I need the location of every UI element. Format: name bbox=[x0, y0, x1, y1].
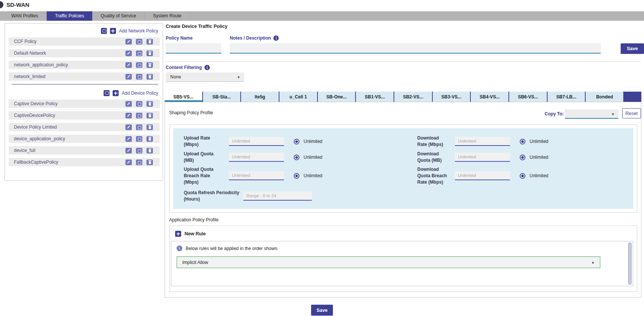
delete-icon[interactable] bbox=[147, 113, 153, 118]
delete-icon[interactable] bbox=[147, 51, 153, 56]
delete-icon[interactable] bbox=[147, 101, 153, 107]
info-icon[interactable] bbox=[204, 65, 210, 70]
network-policy-row[interactable]: Default Network bbox=[9, 49, 160, 57]
rules-scrollbar[interactable] bbox=[628, 242, 632, 285]
app-logo-icon bbox=[0, 1, 3, 8]
plus-icon[interactable] bbox=[113, 90, 119, 96]
copy-icon[interactable] bbox=[136, 148, 142, 153]
iface-tab[interactable]: SB-Sta... bbox=[202, 92, 241, 102]
iface-tab[interactable]: SB2-VS... bbox=[394, 92, 432, 102]
copy-icon[interactable] bbox=[136, 51, 142, 56]
delete-icon[interactable] bbox=[147, 160, 153, 165]
edit-icon[interactable] bbox=[125, 62, 132, 68]
info-icon[interactable] bbox=[273, 35, 279, 41]
duplicate-icon[interactable] bbox=[101, 28, 107, 34]
implicit-allow-rule-select[interactable]: Implicit Allow bbox=[177, 256, 600, 268]
traffic-policy-panel: Shaping Policy Profile Copy To: Reset Up… bbox=[165, 102, 641, 298]
upload-quota-input[interactable] bbox=[229, 153, 284, 162]
delete-icon[interactable] bbox=[147, 62, 153, 68]
device-policy-row[interactable]: device_full bbox=[9, 146, 160, 155]
device-policy-row[interactable]: Device Policy Limited bbox=[9, 123, 160, 131]
edit-icon[interactable] bbox=[125, 160, 132, 165]
edit-icon[interactable] bbox=[125, 51, 132, 56]
edit-icon[interactable] bbox=[125, 136, 132, 142]
delete-icon[interactable] bbox=[147, 39, 153, 44]
copy-icon[interactable] bbox=[136, 136, 142, 142]
reset-button[interactable]: Reset bbox=[622, 108, 641, 118]
tabs-overflow-button[interactable] bbox=[623, 92, 641, 102]
delete-icon[interactable] bbox=[147, 124, 153, 130]
device-policy-row[interactable]: FallbackCaptivePolicy bbox=[9, 158, 160, 166]
copy-icon[interactable] bbox=[136, 124, 142, 130]
edit-icon[interactable] bbox=[125, 39, 132, 44]
iface-tab[interactable]: SB3-VS... bbox=[432, 92, 470, 102]
upload-quota-label: Upload Quota (MB) bbox=[184, 151, 222, 164]
download-quota-breach-input[interactable] bbox=[455, 171, 510, 180]
application-profile-box: New Rule Below rules will be applied in … bbox=[169, 225, 637, 292]
iface-tab[interactable]: SB7-LB... bbox=[547, 92, 585, 102]
edit-icon[interactable] bbox=[125, 148, 132, 153]
device-policy-row[interactable]: device_application_policy bbox=[9, 135, 160, 143]
iface-tab[interactable]: SB5-VS... bbox=[165, 92, 202, 102]
copy-icon[interactable] bbox=[136, 160, 142, 165]
tab-traffic-policies[interactable]: Traffic Policies bbox=[47, 11, 92, 21]
unlimited-radio[interactable] bbox=[520, 173, 525, 179]
shaping-profile-box: Upload Rate (Mbps) Unlimited Upload Quot… bbox=[169, 124, 637, 213]
iface-tab[interactable]: SB6-VS... bbox=[508, 92, 547, 102]
device-policy-row[interactable]: CaptiveDevicePolicy bbox=[9, 111, 160, 120]
tab-wan-profiles[interactable]: WAN Profiles bbox=[3, 11, 47, 21]
unlimited-radio[interactable] bbox=[520, 155, 525, 160]
policy-name-label: Policy Name bbox=[166, 35, 192, 41]
copy-icon[interactable] bbox=[136, 62, 142, 68]
delete-icon[interactable] bbox=[147, 74, 153, 80]
delete-icon[interactable] bbox=[147, 136, 153, 142]
new-rule-button[interactable]: New Rule bbox=[170, 226, 637, 241]
device-policy-row[interactable]: Captive Device Policy bbox=[9, 100, 160, 108]
iface-tab[interactable]: SB1-VS... bbox=[355, 92, 394, 102]
network-policy-row[interactable]: network_limited bbox=[9, 72, 160, 81]
iface-tab[interactable]: u_Cell 1 bbox=[279, 92, 317, 102]
copy-icon[interactable] bbox=[136, 101, 142, 107]
download-rate-label: Download Rate (Mbps) bbox=[417, 135, 448, 148]
edit-icon[interactable] bbox=[125, 124, 132, 130]
policy-name-input[interactable] bbox=[166, 43, 221, 54]
download-quota-input[interactable] bbox=[455, 153, 510, 162]
edit-icon[interactable] bbox=[125, 101, 132, 107]
edit-icon[interactable] bbox=[125, 113, 132, 118]
form-title: Create Device Traffic Policy bbox=[166, 24, 227, 29]
upload-quota-breach-input[interactable] bbox=[229, 171, 284, 180]
tab-quality-of-service[interactable]: Quality of Service bbox=[92, 11, 145, 21]
add-device-policy-link[interactable]: Add Device Policy bbox=[122, 91, 158, 96]
page-title: SD-WAN bbox=[6, 2, 29, 8]
copy-icon[interactable] bbox=[136, 113, 142, 118]
unlimited-radio[interactable] bbox=[520, 139, 525, 144]
iface-tab[interactable]: lte5g bbox=[240, 92, 279, 102]
iface-tab[interactable]: SB4-VS... bbox=[470, 92, 508, 102]
edit-icon[interactable] bbox=[125, 74, 132, 80]
upload-rate-input[interactable] bbox=[229, 137, 284, 146]
copy-icon[interactable] bbox=[136, 39, 142, 44]
application-profile-title: Application Policy Profile bbox=[169, 217, 218, 222]
save-button-footer[interactable]: Save bbox=[311, 305, 333, 316]
tab-system-route[interactable]: System Route bbox=[145, 11, 190, 21]
unlimited-radio[interactable] bbox=[294, 139, 299, 144]
save-button[interactable]: Save bbox=[621, 43, 644, 54]
plus-icon[interactable] bbox=[110, 28, 116, 34]
quota-refresh-input[interactable] bbox=[243, 192, 312, 201]
notes-input[interactable] bbox=[230, 43, 601, 54]
duplicate-icon[interactable] bbox=[104, 90, 110, 96]
copy-icon[interactable] bbox=[136, 74, 142, 80]
delete-icon[interactable] bbox=[147, 148, 153, 153]
unlimited-radio[interactable] bbox=[294, 155, 299, 160]
download-rate-input[interactable] bbox=[455, 137, 510, 146]
iface-tab[interactable]: Bonded bbox=[585, 92, 623, 102]
copy-to-select[interactable] bbox=[565, 109, 618, 119]
network-policy-row[interactable]: CCF Policy bbox=[9, 37, 160, 46]
network-policy-row[interactable]: network_application_policy bbox=[9, 61, 160, 69]
iface-tab[interactable]: SB-One... bbox=[317, 92, 356, 102]
content-filtering-select[interactable]: None bbox=[166, 72, 244, 82]
unlimited-radio[interactable] bbox=[294, 173, 299, 179]
add-network-policy-link[interactable]: Add Network Policy bbox=[119, 28, 158, 34]
shaping-panel: Upload Rate (Mbps) Unlimited Upload Quot… bbox=[173, 128, 633, 209]
notes-label: Notes / Description bbox=[230, 35, 279, 41]
